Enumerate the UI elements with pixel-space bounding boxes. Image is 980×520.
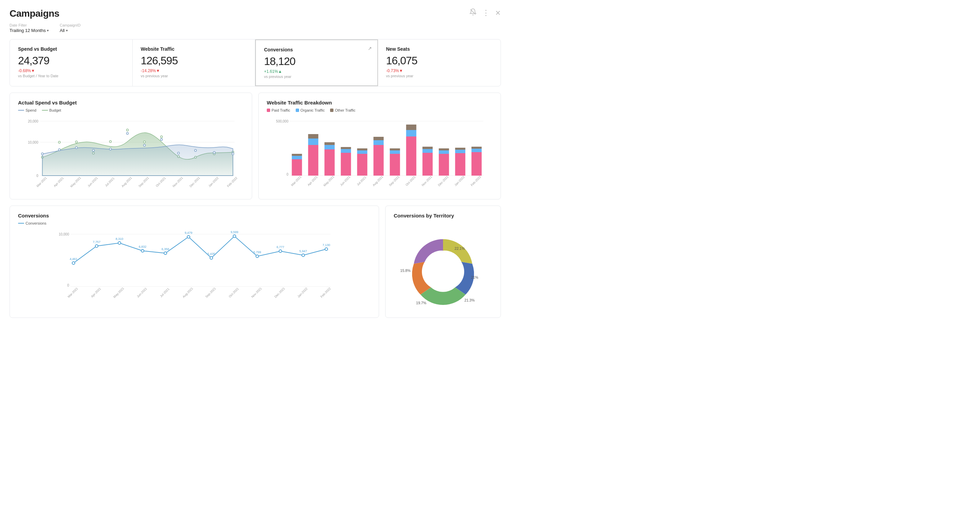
svg-point-107	[256, 255, 259, 258]
close-icon[interactable]: ✕	[495, 9, 501, 17]
svg-text:Jul-2021: Jul-2021	[105, 177, 115, 187]
svg-text:0: 0	[67, 283, 69, 287]
svg-text:Aug-2021: Aug-2021	[372, 175, 384, 187]
svg-text:Mar-2021: Mar-2021	[290, 175, 302, 187]
svg-text:5,435: 5,435	[208, 252, 215, 256]
svg-rect-53	[325, 149, 335, 176]
budget-legend-item: Budget	[42, 108, 61, 112]
kpi-new-seats: New Seats 16,075 -0.73%▼ vs previous yea…	[378, 40, 501, 86]
svg-point-23	[110, 148, 111, 150]
svg-text:Mar-2021: Mar-2021	[36, 176, 47, 188]
svg-text:Jun-2021: Jun-2021	[136, 287, 148, 299]
svg-rect-67	[390, 148, 400, 150]
date-filter-label: Date Filter	[10, 23, 49, 27]
svg-point-104	[187, 235, 190, 238]
notifications-icon[interactable]	[469, 8, 477, 17]
svg-text:7,757: 7,757	[93, 240, 101, 244]
campaign-id-select[interactable]: All ▾	[60, 28, 80, 33]
territory-chart-title: Conversions by Territory	[394, 213, 492, 218]
svg-text:Apr-2021: Apr-2021	[307, 175, 318, 186]
svg-rect-69	[406, 130, 417, 137]
svg-rect-66	[390, 150, 400, 154]
svg-text:21.3%: 21.3%	[465, 298, 475, 302]
svg-text:Jun-2021: Jun-2021	[340, 175, 351, 187]
traffic-breakdown-legend: Paid Traffic Organic Traffic Other Traff…	[267, 108, 492, 112]
spend-legend-item: Spend	[18, 108, 37, 112]
svg-text:0: 0	[286, 173, 288, 176]
svg-point-108	[279, 250, 282, 253]
paid-traffic-legend: Paid Traffic	[267, 108, 290, 112]
svg-text:15.8%: 15.8%	[400, 269, 411, 273]
organic-traffic-legend: Organic Traffic	[296, 108, 325, 112]
svg-point-106	[233, 235, 236, 237]
svg-point-110	[325, 248, 328, 250]
svg-text:Aug-2021: Aug-2021	[121, 176, 133, 188]
svg-text:May-2021: May-2021	[113, 286, 124, 299]
more-icon[interactable]: ⋮	[482, 8, 490, 17]
svg-rect-68	[406, 137, 417, 176]
svg-rect-75	[439, 150, 449, 154]
spend-budget-legend: Spend Budget	[18, 108, 243, 112]
svg-point-13	[143, 141, 146, 143]
svg-text:6,356: 6,356	[162, 247, 169, 251]
svg-text:May-2021: May-2021	[323, 175, 335, 187]
svg-rect-57	[341, 149, 351, 153]
date-filter-select[interactable]: Trailing 12 Months ▾	[10, 28, 49, 33]
kpi-row: Spend vs Budget 24,379 -0.68%▼ vs Budget…	[10, 39, 501, 86]
svg-text:Nov-2021: Nov-2021	[172, 176, 184, 188]
svg-point-100	[95, 245, 98, 247]
svg-rect-51	[308, 138, 318, 145]
svg-point-102	[141, 250, 144, 252]
date-filter: Date Filter Trailing 12 Months ▾	[10, 23, 49, 33]
svg-text:May-2021: May-2021	[70, 176, 82, 188]
svg-text:10,000: 10,000	[59, 232, 69, 236]
external-link-icon[interactable]: ↗	[368, 46, 372, 51]
svg-rect-82	[472, 147, 482, 149]
page-title: Campaigns	[10, 8, 59, 19]
spend-budget-chart-title: Actual Spend vs Budget	[18, 100, 243, 105]
conversions-legend: Conversions	[18, 221, 371, 225]
svg-point-30	[232, 153, 234, 155]
svg-text:5,799: 5,799	[253, 250, 261, 254]
svg-rect-77	[455, 153, 466, 176]
svg-text:Oct-2021: Oct-2021	[228, 287, 239, 298]
svg-text:Sep-2021: Sep-2021	[138, 176, 150, 188]
svg-rect-73	[423, 147, 433, 149]
svg-text:22.1%: 22.1%	[455, 246, 465, 250]
svg-text:21%: 21%	[471, 275, 479, 279]
svg-rect-61	[357, 148, 368, 150]
svg-point-25	[143, 144, 146, 146]
svg-text:Jan-2022: Jan-2022	[454, 175, 466, 187]
svg-point-9	[76, 141, 78, 143]
kpi-website-traffic: Website Traffic 126,595 -14.28%▼ vs prev…	[133, 40, 256, 86]
svg-point-22	[92, 149, 95, 151]
svg-text:19.7%: 19.7%	[416, 301, 427, 305]
kpi-spend-vs-budget: Spend vs Budget 24,379 -0.68%▼ vs Budget…	[10, 40, 133, 86]
spend-budget-chart-card: Actual Spend vs Budget Spend Budget 20,0…	[10, 92, 252, 199]
svg-text:4,461: 4,461	[70, 257, 78, 261]
svg-rect-55	[325, 142, 335, 145]
svg-text:Dec-2021: Dec-2021	[189, 176, 201, 188]
svg-point-26	[161, 138, 163, 140]
svg-rect-80	[472, 152, 482, 176]
svg-rect-72	[423, 149, 433, 153]
svg-text:Dec-2021: Dec-2021	[437, 175, 449, 187]
svg-point-11	[110, 140, 111, 143]
campaign-id-label: CampaignID	[60, 23, 80, 27]
svg-text:Jul-2021: Jul-2021	[356, 176, 367, 186]
svg-text:Sep-2021: Sep-2021	[388, 175, 400, 187]
svg-text:500,000: 500,000	[276, 119, 288, 123]
svg-point-109	[302, 254, 305, 257]
svg-point-24	[127, 132, 129, 134]
svg-rect-60	[357, 150, 368, 154]
svg-text:Dec-2021: Dec-2021	[274, 287, 286, 299]
svg-text:20,000: 20,000	[28, 119, 38, 123]
kpi-conversions: Conversions 18,120 +1.61%▲ vs previous y…	[255, 40, 378, 86]
svg-text:Oct-2021: Oct-2021	[155, 176, 166, 188]
svg-rect-64	[374, 137, 384, 140]
svg-rect-70	[406, 124, 417, 130]
svg-text:6,832: 6,832	[139, 245, 147, 248]
svg-point-19	[41, 153, 43, 155]
svg-text:7,130: 7,130	[323, 243, 331, 247]
traffic-breakdown-svg: 500,000 0	[267, 116, 492, 191]
